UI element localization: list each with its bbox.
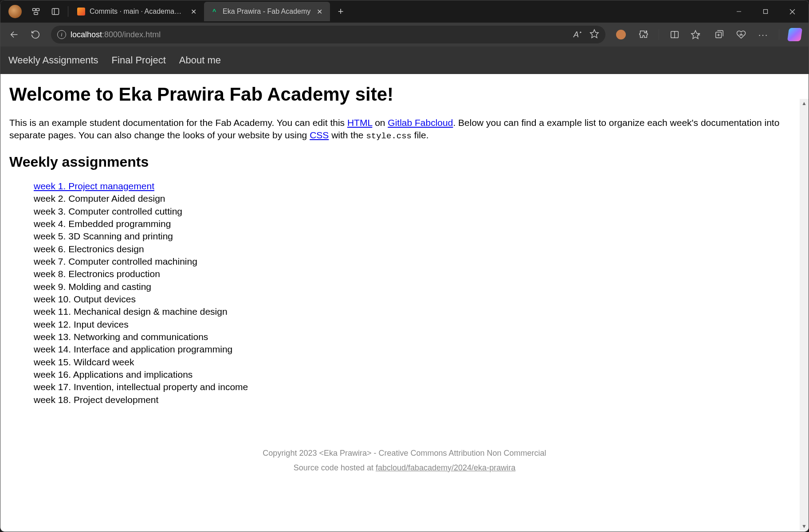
tab-strip: Commits · main · Academany / Fa ✕ ^ Eka … <box>71 0 349 23</box>
tab-title: Commits · main · Academany / Fa <box>90 8 185 16</box>
cookie-icon[interactable] <box>612 25 630 44</box>
page-title: Welcome to Eka Prawira Fab Academy site! <box>9 84 800 105</box>
nav-about-me[interactable]: About me <box>179 55 221 66</box>
scrollbar[interactable]: ▲ ▼ <box>800 99 809 531</box>
maximize-button[interactable] <box>753 2 778 21</box>
more-icon[interactable]: ··· <box>754 25 773 44</box>
week-item: week 3. Computer controlled cutting <box>34 205 800 218</box>
week-item[interactable]: week 1. Project management <box>34 180 800 192</box>
week-item: week 6. Electronics design <box>34 243 800 255</box>
workspaces-icon[interactable] <box>31 6 41 17</box>
nav-final-project[interactable]: Final Project <box>112 55 166 66</box>
read-aloud-icon[interactable]: A‣ <box>573 30 581 39</box>
week-item: week 18. Project development <box>34 394 800 406</box>
svg-marker-10 <box>590 30 598 38</box>
browser-toolbar: i localhost:8000/index.html A‣ ≡ <box>0 23 809 47</box>
url-text: localhost:8000/index.html <box>71 30 161 39</box>
separator <box>779 29 779 40</box>
week-item: week 8. Electronics production <box>34 268 800 280</box>
week-item: week 11. Mechanical design & machine des… <box>34 305 800 318</box>
week-link: week 1. Project management <box>34 181 154 191</box>
link-html[interactable]: HTML <box>347 117 372 128</box>
svg-rect-1 <box>36 8 39 11</box>
svg-rect-0 <box>33 8 36 11</box>
tab-title: Eka Prawira - Fab Academy <box>223 8 310 16</box>
week-item: week 4. Embedded programming <box>34 218 800 230</box>
window-controls <box>726 2 805 21</box>
subheading-weekly: Weekly assignments <box>9 154 800 170</box>
back-button[interactable] <box>5 25 24 44</box>
address-bar[interactable]: i localhost:8000/index.html A‣ <box>51 26 605 43</box>
svg-rect-2 <box>34 12 38 15</box>
source-prefix: Source code hosted at <box>294 463 376 472</box>
week-item: week 16. Applications and implications <box>34 368 800 381</box>
svg-rect-6 <box>764 10 768 14</box>
page-content: Welcome to Eka Prawira Fab Academy site!… <box>0 74 809 532</box>
minimize-button[interactable] <box>726 2 752 21</box>
split-screen-icon[interactable] <box>665 25 684 44</box>
tab-inactive[interactable]: Commits · main · Academany / Fa ✕ <box>71 2 204 21</box>
titlebar: Commits · main · Academany / Fa ✕ ^ Eka … <box>0 0 809 23</box>
close-window-button[interactable] <box>779 2 805 21</box>
week-item: week 7. Computer controlled machining <box>34 255 800 268</box>
nuxt-favicon-icon: ^ <box>210 8 218 16</box>
site-navigation: Weekly Assignments Final Project About m… <box>0 47 809 74</box>
week-item: week 15. Wildcard week <box>34 356 800 368</box>
scroll-up-icon[interactable]: ▲ <box>800 99 809 108</box>
week-item: week 2. Computer Aided design <box>34 192 800 205</box>
profile-avatar[interactable] <box>8 5 22 18</box>
extensions-icon[interactable] <box>634 25 652 44</box>
new-tab-button[interactable]: + <box>333 4 349 20</box>
copilot-button[interactable] <box>785 25 804 44</box>
site-info-icon[interactable]: i <box>57 30 66 39</box>
nav-weekly-assignments[interactable]: Weekly Assignments <box>8 55 98 66</box>
week-item: week 14. Interface and application progr… <box>34 343 800 356</box>
copyright-text: Copyright 2023 <Eka Prawira> - Creative … <box>9 446 800 460</box>
sidebar-toggle-icon[interactable] <box>50 6 61 17</box>
performance-icon[interactable] <box>732 25 750 44</box>
week-item: week 5. 3D Scanning and printing <box>34 230 800 243</box>
weeks-list: week 1. Project managementweek 2. Comput… <box>34 180 800 406</box>
source-link[interactable]: fabcloud/fabacademy/2024/eka-prawira <box>376 463 515 472</box>
close-icon[interactable]: ✕ <box>189 7 198 16</box>
tab-active[interactable]: ^ Eka Prawira - Fab Academy ✕ <box>204 2 330 21</box>
separator <box>659 29 659 40</box>
link-css[interactable]: CSS <box>310 130 329 140</box>
footer: Copyright 2023 <Eka Prawira> - Creative … <box>9 446 800 475</box>
week-item: week 17. Invention, intellectual propert… <box>34 381 800 393</box>
close-icon[interactable]: ✕ <box>315 7 324 16</box>
week-item: week 13. Networking and communications <box>34 331 800 343</box>
favorite-icon[interactable] <box>589 29 599 40</box>
intro-paragraph: This is an example student documentation… <box>9 117 800 142</box>
gitlab-favicon-icon <box>77 8 85 16</box>
scroll-down-icon[interactable]: ▼ <box>800 522 809 531</box>
separator <box>68 6 68 17</box>
collections-icon[interactable] <box>710 25 728 44</box>
svg-rect-3 <box>52 8 59 14</box>
week-item: week 12. Input devices <box>34 318 800 331</box>
code-filename: style.css <box>366 131 412 141</box>
week-item: week 9. Molding and casting <box>34 281 800 293</box>
link-gitlab[interactable]: Gitlab Fabcloud <box>388 117 453 128</box>
refresh-button[interactable] <box>26 25 45 44</box>
week-item: week 10. Output devices <box>34 293 800 305</box>
favorites-icon[interactable]: ≡ <box>687 25 706 44</box>
